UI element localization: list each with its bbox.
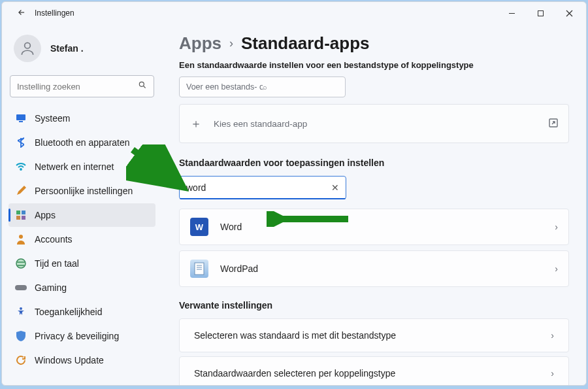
plus-icon: ＋ [190,116,202,131]
sidebar-item-time[interactable]: Tijd en taal [8,252,155,275]
svg-rect-16 [15,285,27,290]
close-button[interactable] [555,3,583,23]
window-controls [497,3,583,23]
svg-point-15 [16,259,25,268]
app-name: Word [220,222,242,232]
settings-window: Instellingen Stefan . Systeem Bluetooth … [1,1,587,386]
user-row[interactable]: Stefan . [8,31,155,75]
globe-icon [15,258,27,269]
svg-rect-8 [19,121,23,122]
chevron-right-icon: › [229,37,233,50]
minimize-button[interactable] [497,3,526,23]
breadcrumb: Apps › Standaard-apps [179,33,569,54]
sidebar-item-update[interactable]: Windows Update [8,348,155,372]
nav-label: Toegankelijkheid [35,307,103,317]
svg-point-17 [20,307,22,310]
nav-label: Tijd en taal [35,258,79,269]
shield-icon [15,330,27,342]
sidebar-item-gaming[interactable]: Gaming [8,276,155,299]
avatar [14,35,41,62]
back-button[interactable] [15,8,28,19]
svg-point-9 [20,169,22,170]
app-result-wordpad[interactable]: WordPad › [179,250,569,287]
app-name: WordPad [220,263,258,274]
chevron-right-icon: › [555,222,558,232]
nav-label: Privacy & beveiliging [35,331,119,341]
app-search-input[interactable] [186,182,331,193]
nav-label: Gaming [35,282,67,293]
sidebar-item-personalization[interactable]: Persoonlijke instellingen [8,179,155,203]
related-item-linktype[interactable]: Standaardwaarden selecteren per koppelin… [179,356,569,385]
sidebar-item-accounts[interactable]: Accounts [8,228,155,251]
svg-point-5 [139,82,144,86]
nav: Systeem Bluetooth en apparaten Netwerk e… [8,107,155,372]
nav-label: Netwerk en internet [35,161,114,172]
svg-rect-10 [16,211,20,214]
related-label: Standaardwaarden selecteren per koppelin… [194,368,395,379]
chevron-right-icon: › [555,263,558,274]
related-section: Verwante instellingen Selecteren was sta… [179,300,569,385]
maximize-button[interactable] [526,3,555,23]
section-title-related: Verwante instellingen [179,300,569,311]
filetype-placeholder: Voer een bestands- of koppelingstype in [186,82,263,92]
sidebar-item-apps[interactable]: Apps [8,203,155,227]
nav-label: Systeem [35,113,70,124]
sidebar-item-bluetooth[interactable]: Bluetooth en apparaten [8,131,155,154]
sidebar-item-accessibility[interactable]: Toegankelijkheid [8,300,155,324]
choose-default-label: Kies een standaard-app [214,119,307,129]
search-icon: ⌕ [263,83,339,91]
app-search[interactable]: ✕ [179,176,346,199]
clear-icon[interactable]: ✕ [331,182,339,193]
system-icon [15,112,27,124]
related-label: Selecteren was standaard is met dit best… [194,330,396,341]
update-icon [15,354,27,366]
section-title-apps: Standaardwaarden voor toepassingen inste… [179,158,569,168]
window-title: Instellingen [35,8,497,18]
gaming-icon [15,282,27,294]
apps-icon [15,209,27,221]
svg-rect-11 [22,211,25,214]
choose-default-panel[interactable]: ＋ Kies een standaard-app [179,104,569,143]
sidebar-search[interactable] [10,75,154,97]
svg-rect-13 [22,216,25,220]
chevron-right-icon: › [551,368,554,379]
filetype-input[interactable]: Voer een bestands- of koppelingstype in … [179,76,346,97]
nav-label: Apps [35,210,56,220]
wordpad-icon [190,260,208,278]
search-icon [138,80,147,92]
svg-line-6 [144,86,146,88]
related-item-filetype[interactable]: Selecteren was standaard is met dit best… [179,318,569,352]
sidebar-search-input[interactable] [17,82,138,92]
sidebar: Stefan . Systeem Bluetooth en apparaten … [2,24,162,385]
subtitle: Een standaardwaarde instellen voor een b… [179,60,569,70]
word-icon: W [190,218,208,236]
user-name: Stefan . [50,43,84,54]
app-result-word[interactable]: W Word › [179,209,569,245]
nav-label: Persoonlijke instellingen [35,186,133,196]
person-icon [15,233,27,245]
sidebar-item-privacy[interactable]: Privacy & beveiliging [8,324,155,348]
breadcrumb-root[interactable]: Apps [179,33,221,54]
main: Apps › Standaard-apps Een standaardwaard… [162,24,586,385]
svg-rect-19 [195,263,204,275]
bluetooth-icon [15,137,27,148]
svg-point-4 [25,42,31,48]
brush-icon [15,185,27,197]
nav-label: Windows Update [35,355,104,365]
svg-rect-7 [16,114,25,120]
wifi-icon [15,161,27,173]
page-title: Standaard-apps [241,33,370,54]
accessibility-icon [15,306,27,318]
titlebar: Instellingen [2,2,586,24]
nav-label: Accounts [35,234,73,245]
nav-label: Bluetooth en apparaten [35,137,130,148]
chevron-right-icon: › [551,330,554,341]
body: Stefan . Systeem Bluetooth en apparaten … [2,24,586,385]
sidebar-item-network[interactable]: Netwerk en internet [8,155,155,178]
svg-rect-12 [16,216,20,220]
open-icon [549,118,558,129]
svg-point-14 [19,235,23,239]
svg-rect-1 [538,10,543,16]
sidebar-item-system[interactable]: Systeem [8,107,155,130]
